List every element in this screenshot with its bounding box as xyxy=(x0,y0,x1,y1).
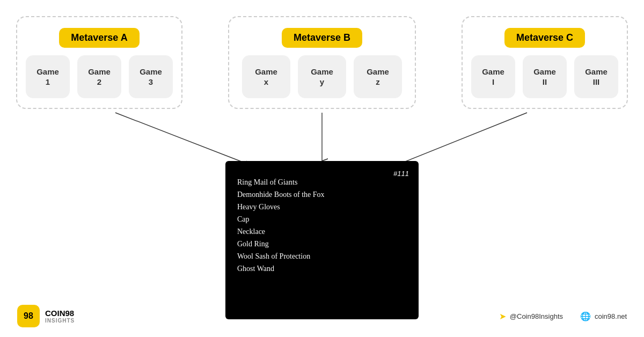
brand-icon: 98 xyxy=(17,305,40,327)
metaverse-b-label: Metaverse B xyxy=(282,28,362,48)
nft-item-4: Necklace xyxy=(237,228,407,236)
nft-id: #111 xyxy=(393,170,409,178)
svg-line-0 xyxy=(115,113,247,164)
metaverse-a-games: Game1 Game2 Game3 xyxy=(26,55,173,98)
globe-icon: 🌐 xyxy=(580,311,591,321)
website-url: coin98.net xyxy=(595,312,627,320)
metaverse-b-games: Gamex Gamey Gamez xyxy=(242,55,402,98)
website-link: 🌐 coin98.net xyxy=(580,311,627,321)
nft-item-5: Gold Ring xyxy=(237,240,407,248)
nft-item-1: Demonhide Boots of the Fox xyxy=(237,191,407,199)
game-1: Game1 xyxy=(26,55,70,98)
nft-item-0: Ring Mail of Giants xyxy=(237,178,407,187)
metaverse-c: Metaverse C GameI GameII GameIII xyxy=(462,16,628,109)
metaverse-a: Metaverse A Game1 Game2 Game3 xyxy=(16,16,182,109)
svg-line-2 xyxy=(400,113,527,164)
brand-sub: INSIGHTS xyxy=(45,318,75,324)
game-z: Gamez xyxy=(354,55,402,98)
page-container: Metaverse A Game1 Game2 Game3 Metaverse … xyxy=(0,0,644,337)
nft-item-6: Wool Sash of Protection xyxy=(237,252,407,261)
social-handle: @Coin98Insights xyxy=(510,312,563,320)
brand-name: COIN98 xyxy=(45,309,75,318)
social-link: ➤ @Coin98Insights xyxy=(499,311,563,321)
metaverse-c-label: Metaverse C xyxy=(504,28,585,48)
game-3: Game3 xyxy=(129,55,173,98)
game-II: GameII xyxy=(523,55,567,98)
metaverse-c-games: GameI GameII GameIII xyxy=(471,55,618,98)
game-y: Gamey xyxy=(298,55,346,98)
brand-text: COIN98 INSIGHTS xyxy=(45,309,75,324)
nft-card: #111 Ring Mail of Giants Demonhide Boots… xyxy=(225,161,419,319)
nft-items-list: Ring Mail of Giants Demonhide Boots of t… xyxy=(237,178,407,273)
metaverse-b: Metaverse B Gamex Gamey Gamez xyxy=(228,16,416,109)
telegram-icon: ➤ xyxy=(499,311,506,321)
nft-item-7: Ghost Wand xyxy=(237,265,407,273)
nft-item-2: Heavy Gloves xyxy=(237,203,407,211)
game-III: GameIII xyxy=(574,55,618,98)
nft-item-3: Cap xyxy=(237,215,407,224)
game-2: Game2 xyxy=(77,55,121,98)
brand-section: 98 COIN98 INSIGHTS xyxy=(17,305,75,327)
game-x: Gamex xyxy=(242,55,290,98)
footer: 98 COIN98 INSIGHTS ➤ @Coin98Insights 🌐 c… xyxy=(0,305,644,327)
footer-links: ➤ @Coin98Insights 🌐 coin98.net xyxy=(499,311,627,321)
game-I: GameI xyxy=(471,55,515,98)
metaverse-a-label: Metaverse A xyxy=(59,28,139,48)
